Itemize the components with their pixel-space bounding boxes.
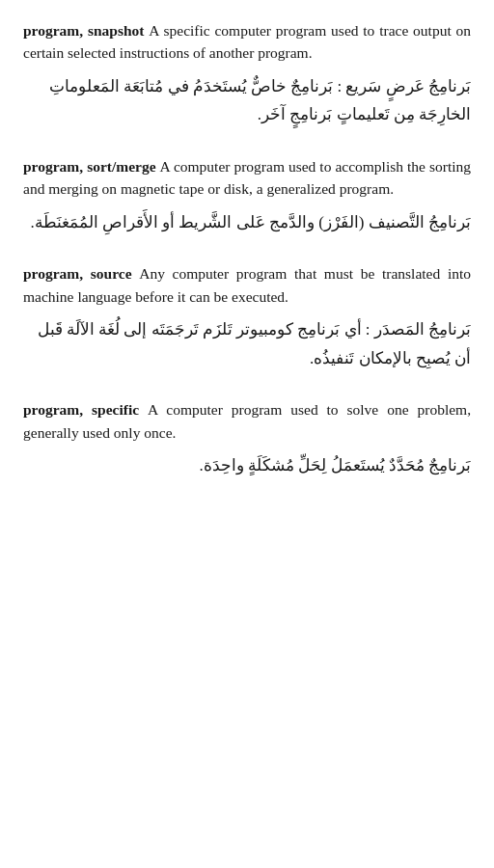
entry-ar-specific: بَرنامِجٌ مُحَدَّدٌ يُستَعمَلُ لِحَلِّ م… xyxy=(23,451,471,480)
entry-source: program, source Any computer program tha… xyxy=(23,262,471,377)
entry-ar-sort-merge: بَرنامِجُ التَّصنيف (الفَرْز) والدَّمج ع… xyxy=(23,208,471,237)
term-snapshot: program, snapshot xyxy=(23,22,149,39)
entry-en-specific: program, specific A computer program use… xyxy=(23,398,471,444)
entry-en-snapshot: program, snapshot A specific computer pr… xyxy=(23,19,471,65)
entry-divider xyxy=(23,376,471,377)
entry-sort-merge: program, sort/merge A computer program u… xyxy=(23,155,471,241)
entry-specific: program, specific A computer program use… xyxy=(23,398,471,479)
entry-en-sort-merge: program, sort/merge A computer program u… xyxy=(23,155,471,201)
dictionary-content: program, snapshot A specific computer pr… xyxy=(23,19,471,480)
entry-ar-source: بَرنامِجُ المَصدَر : أي بَرنامِج كومبيوت… xyxy=(23,315,471,373)
entry-en-source: program, source Any computer program tha… xyxy=(23,262,471,308)
term-specific: program, specific xyxy=(23,401,148,418)
entry-ar-snapshot: بَرنامِجُ عَرضٍ سَريع : بَرنامِجٌ خاصٌّ … xyxy=(23,72,471,130)
entry-snapshot: program, snapshot A specific computer pr… xyxy=(23,19,471,134)
entry-divider xyxy=(23,240,471,241)
term-source: program, source xyxy=(23,265,139,282)
term-sort-merge: program, sort/merge xyxy=(23,158,160,175)
entry-divider xyxy=(23,133,471,134)
